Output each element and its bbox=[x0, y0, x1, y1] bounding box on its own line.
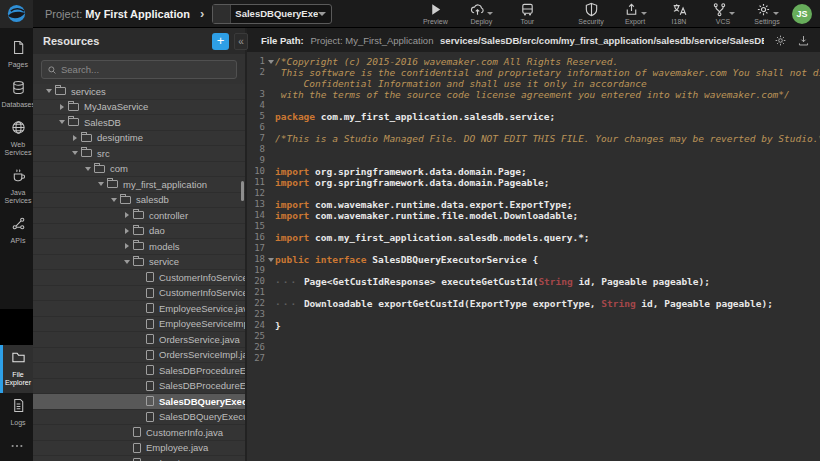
fold-gutter bbox=[267, 199, 275, 210]
code-line: 25 bbox=[247, 331, 820, 342]
tree-row[interactable]: dao bbox=[33, 224, 245, 240]
caret-right-icon[interactable] bbox=[69, 135, 81, 141]
tree-row[interactable]: CustomerInfoService.java bbox=[33, 270, 245, 286]
more-button[interactable] bbox=[0, 433, 33, 461]
code-text bbox=[275, 331, 820, 342]
code-line: 26 bbox=[247, 342, 820, 353]
sidebar-item-java-services[interactable]: Java Services bbox=[0, 163, 33, 211]
sidebar-item-databases[interactable]: Databases bbox=[0, 75, 33, 115]
fold-gutter bbox=[267, 100, 275, 111]
caret-down-icon[interactable] bbox=[121, 260, 133, 264]
download-file-button[interactable] bbox=[797, 34, 810, 47]
tree-item-label: MyJavaService bbox=[84, 101, 148, 112]
line-number: 24 bbox=[247, 320, 267, 331]
tree-row[interactable]: Employee.java bbox=[33, 441, 245, 457]
globe-icon bbox=[11, 120, 26, 135]
caret-right-icon[interactable] bbox=[121, 212, 133, 218]
folder-icon bbox=[107, 180, 118, 188]
search-input[interactable] bbox=[57, 64, 231, 75]
fold-marker-icon[interactable] bbox=[267, 254, 275, 265]
tree-row[interactable]: OrdersService.java bbox=[33, 332, 245, 348]
tree-item-label: services bbox=[71, 86, 106, 97]
tree-row[interactable]: SalesDBProcedureExecutorService.java bbox=[33, 363, 245, 379]
sidebar-item-file-explorer[interactable]: File Explorer bbox=[0, 345, 33, 393]
sidebar-item-web-services[interactable]: Web Services bbox=[0, 115, 33, 163]
fold-gutter bbox=[267, 188, 275, 199]
export-button[interactable]: Export bbox=[620, 2, 650, 25]
sidebar-item-pages[interactable]: Pages bbox=[0, 35, 33, 75]
caret-right-icon[interactable] bbox=[121, 228, 133, 234]
project-name: My First Application bbox=[85, 8, 190, 20]
fold-marker-icon[interactable] bbox=[267, 56, 275, 67]
tree-row[interactable]: services bbox=[33, 84, 245, 100]
i18n-button[interactable]: I18N bbox=[664, 2, 694, 25]
security-button[interactable]: Security bbox=[576, 2, 606, 25]
caret-down-icon[interactable] bbox=[43, 89, 55, 93]
tree-row[interactable]: CustomerInfo.java bbox=[33, 425, 245, 441]
tree-row[interactable]: service bbox=[33, 255, 245, 271]
caret-down-icon[interactable] bbox=[69, 151, 81, 155]
tree-item-label: CustomerInfo.java bbox=[146, 427, 223, 438]
sidebar-item-logs[interactable]: Logs bbox=[0, 393, 33, 433]
open-file-dropdown[interactable]: SalesDBQueryExec... bbox=[212, 4, 332, 24]
tree-item-label: src bbox=[97, 148, 110, 159]
tree-row[interactable]: MyJavaService bbox=[33, 100, 245, 116]
file-tree: servicesMyJavaServiceSalesDBdesigntimesr… bbox=[33, 84, 245, 461]
tree-row[interactable]: SalesDBProcedureExecutorServiceImpl.java bbox=[33, 379, 245, 395]
tree-row[interactable]: my_first_application bbox=[33, 177, 245, 193]
file-icon bbox=[146, 288, 154, 298]
wavemaker-logo[interactable] bbox=[0, 0, 33, 28]
preview-button[interactable]: Preview bbox=[420, 2, 450, 25]
tree-row[interactable]: EmployeeService.java bbox=[33, 301, 245, 317]
tree-row[interactable]: SalesDBQueryExecutorServiceImpl.java bbox=[33, 410, 245, 426]
tree-item-label: my_first_application bbox=[123, 179, 207, 190]
user-avatar[interactable]: JS bbox=[792, 4, 812, 24]
caret-down-icon[interactable] bbox=[82, 167, 94, 171]
tour-button[interactable]: Tour bbox=[512, 2, 542, 25]
tree-row[interactable]: SalesDB bbox=[33, 115, 245, 131]
caret-down-icon[interactable] bbox=[56, 120, 68, 124]
editor-settings-button[interactable] bbox=[774, 34, 787, 47]
code-editor[interactable]: 1/*Copyright (c) 2015-2016 wavemaker.com… bbox=[247, 52, 820, 461]
project-breadcrumb[interactable]: Project:My First Application bbox=[45, 8, 190, 20]
tree-row[interactable]: OrdersServiceImpl.java bbox=[33, 348, 245, 364]
tree-row[interactable]: models bbox=[33, 239, 245, 255]
play-icon bbox=[428, 2, 443, 17]
line-number: 15 bbox=[247, 221, 267, 232]
caret-right-icon[interactable] bbox=[56, 104, 68, 110]
tree-item-label: SalesDBQueryExecutorService.java bbox=[159, 396, 245, 407]
folder-icon bbox=[81, 149, 92, 157]
fold-gutter bbox=[267, 78, 275, 89]
vcs-button[interactable]: VCS bbox=[708, 2, 738, 25]
tree-row[interactable]: EmployeeServiceImpl.java bbox=[33, 317, 245, 333]
caret-down-icon[interactable] bbox=[108, 198, 120, 202]
coffee-icon bbox=[11, 168, 26, 183]
file-icon bbox=[146, 303, 154, 313]
deploy-button[interactable]: Deploy bbox=[466, 2, 496, 25]
tree-row[interactable]: com bbox=[33, 162, 245, 178]
collapse-panel-button[interactable]: « bbox=[234, 33, 248, 50]
tree-row[interactable]: SalesDBQueryExecutorService.java bbox=[33, 394, 245, 410]
tree-row[interactable]: CustomerInfoServiceImpl.java bbox=[33, 286, 245, 302]
tree-row[interactable]: src bbox=[33, 146, 245, 162]
code-text bbox=[275, 287, 820, 298]
settings-button[interactable]: Settings bbox=[752, 2, 782, 25]
code-text: with the terms of the source code licens… bbox=[275, 89, 820, 100]
caret-down-icon[interactable] bbox=[95, 182, 107, 186]
file-icon bbox=[146, 412, 154, 422]
tree-row[interactable]: salesdb bbox=[33, 193, 245, 209]
folder-icon bbox=[120, 196, 131, 204]
line-number: 10 bbox=[247, 166, 267, 177]
line-number: 18 bbox=[247, 254, 267, 265]
tree-scrollbar-thumb[interactable] bbox=[241, 181, 244, 201]
folder-icon bbox=[81, 134, 92, 142]
caret-right-icon[interactable] bbox=[121, 243, 133, 249]
file-path-bar: File Path: Project: My_First_Application… bbox=[247, 28, 820, 52]
tree-row[interactable]: designtime bbox=[33, 131, 245, 147]
tree-row[interactable]: controller bbox=[33, 208, 245, 224]
file-icon bbox=[213, 5, 231, 23]
add-resource-button[interactable]: + bbox=[212, 33, 229, 50]
tree-row[interactable]: Orders.java bbox=[33, 456, 245, 461]
sidebar-item-apis[interactable]: APIs bbox=[0, 211, 33, 251]
code-text: import com.wavemaker.runtime.data.export… bbox=[275, 199, 820, 210]
